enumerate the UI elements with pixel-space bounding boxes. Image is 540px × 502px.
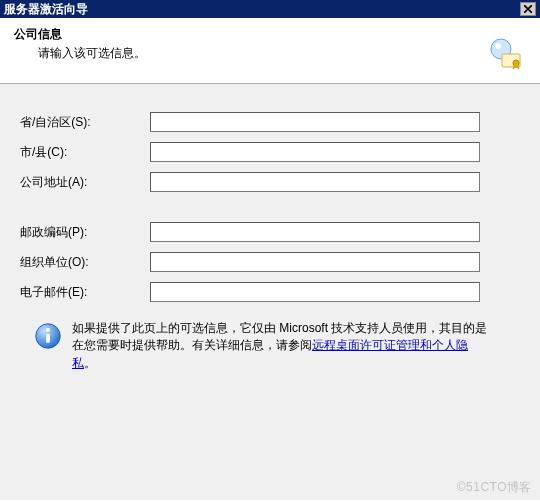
info-row: 如果提供了此页上的可选信息，它仅由 Microsoft 技术支持人员使用，其目的… [34,320,490,372]
address-label: 公司地址(A): [20,174,150,191]
org-unit-label: 组织单位(O): [20,254,150,271]
close-button[interactable] [520,2,536,16]
province-label: 省/自治区(S): [20,114,150,131]
org-unit-input[interactable] [150,252,480,272]
wizard-header: 公司信息 请输入该可选信息。 [0,18,540,84]
field-row-org-unit: 组织单位(O): [20,252,520,272]
province-input[interactable] [150,112,480,132]
window-title: 服务器激活向导 [4,0,88,18]
svg-point-1 [495,43,501,49]
field-row-province: 省/自治区(S): [20,112,520,132]
certificate-icon [488,36,524,72]
city-label: 市/县(C): [20,144,150,161]
page-subtitle: 请输入该可选信息。 [38,45,526,62]
svg-rect-6 [46,333,50,343]
postal-label: 邮政编码(P): [20,224,150,241]
form-area: 省/自治区(S): 市/县(C): 公司地址(A): 邮政编码(P): 组织单位… [0,84,540,500]
close-icon [524,5,532,13]
info-text: 如果提供了此页上的可选信息，它仅由 Microsoft 技术支持人员使用，其目的… [72,320,490,372]
page-title: 公司信息 [14,26,526,43]
postal-input[interactable] [150,222,480,242]
city-input[interactable] [150,142,480,162]
info-icon [34,322,62,350]
field-row-postal: 邮政编码(P): [20,222,520,242]
info-text-post: 。 [84,356,96,370]
field-row-email: 电子邮件(E): [20,282,520,302]
email-label: 电子邮件(E): [20,284,150,301]
titlebar: 服务器激活向导 [0,0,540,18]
svg-point-5 [46,328,50,332]
email-input[interactable] [150,282,480,302]
address-input[interactable] [150,172,480,192]
field-row-address: 公司地址(A): [20,172,520,192]
field-row-city: 市/县(C): [20,142,520,162]
watermark: ©51CTO博客 [457,479,532,496]
